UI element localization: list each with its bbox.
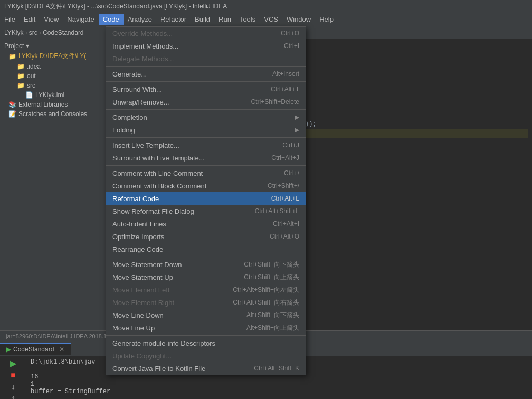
- menu-edit[interactable]: Edit: [20, 14, 40, 25]
- folder-icon: 📁: [17, 63, 25, 70]
- menu-implement-methods[interactable]: Implement Methods... Ctrl+I: [106, 40, 306, 52]
- sidebar-lyklyk-iml[interactable]: 📄 LYKlyk.iml: [0, 90, 110, 100]
- menu-auto-indent[interactable]: Auto-Indent Lines Ctrl+Alt+I: [106, 217, 306, 230]
- menu-move-elem-right[interactable]: Move Element Right Ctrl+Alt+Shift+向右箭头: [106, 296, 306, 309]
- run-output-line-5: buffer = StringBuffer: [31, 388, 528, 395]
- sidebar-root[interactable]: 📁 LYKlyk D:\IDEA文件\LY(: [0, 51, 110, 62]
- menu-comment-block[interactable]: Comment with Block Comment Ctrl+Shift+/: [106, 179, 306, 192]
- menu-convert-kotlin[interactable]: Convert Java File to Kotlin File Ctrl+Al…: [106, 362, 306, 375]
- library-icon: 📚: [8, 101, 16, 108]
- breadcrumb-src[interactable]: src: [29, 29, 37, 36]
- sidebar-external-libraries[interactable]: 📚 External Libraries: [0, 100, 110, 109]
- menu-analyze[interactable]: Analyze: [124, 14, 156, 25]
- separator-6: [106, 256, 306, 257]
- sidebar-scratches[interactable]: 📝 Scratches and Consoles: [0, 109, 110, 119]
- breadcrumb-lyklyk[interactable]: LYKlyk: [4, 29, 23, 36]
- separator-7: [106, 335, 306, 336]
- run-stop-button[interactable]: ■: [11, 370, 16, 380]
- menu-move-line-up[interactable]: Move Line Up Alt+Shift+向上箭头: [106, 321, 306, 334]
- menu-insert-live-template[interactable]: Insert Live Template... Ctrl+J: [106, 139, 306, 151]
- separator-1: [106, 66, 306, 66]
- menu-navigate[interactable]: Navigate: [63, 14, 98, 25]
- title-text: LYKlyk [D:\IDEA文件\LYKlyk] - ...\src\Code…: [4, 2, 227, 11]
- menu-completion[interactable]: Completion ▶: [106, 111, 306, 124]
- folder-icon: 📁: [8, 53, 16, 60]
- menu-move-line-down[interactable]: Move Line Down Alt+Shift+向下箭头: [106, 309, 306, 321]
- menu-surround-live-template[interactable]: Surround with Live Template... Ctrl+Alt+…: [106, 151, 306, 164]
- menu-tools[interactable]: Tools: [235, 14, 260, 25]
- menu-move-stmt-down[interactable]: Move Statement Down Ctrl+Shift+向下箭头: [106, 258, 306, 271]
- folder-icon: 📁: [17, 82, 25, 89]
- separator-3: [106, 109, 306, 110]
- separator-5: [106, 165, 306, 166]
- sidebar-idea[interactable]: 📁 .idea: [0, 62, 110, 71]
- breadcrumb-codestandard[interactable]: CodeStandard: [43, 29, 83, 36]
- menu-view[interactable]: View: [40, 14, 63, 25]
- menu-help[interactable]: Help: [315, 14, 338, 25]
- menu-generate-module-info[interactable]: Generate module-info Descriptors: [106, 337, 306, 349]
- menu-show-reformat-dialog[interactable]: Show Reformat File Dialog Ctrl+Alt+Shift…: [106, 205, 306, 217]
- scratches-icon: 📝: [8, 110, 16, 118]
- run-tab-codestandard[interactable]: ▶ CodeStandard ✕: [0, 343, 71, 355]
- menu-build[interactable]: Build: [191, 14, 214, 25]
- menu-rearrange-code[interactable]: Rearrange Code: [106, 243, 306, 255]
- menu-refactor[interactable]: Refactor: [156, 14, 191, 25]
- file-icon: 📄: [25, 91, 33, 99]
- separator-4: [106, 137, 306, 138]
- run-play-button[interactable]: ▶: [10, 358, 16, 368]
- menu-update-copyright[interactable]: Update Copyright...: [106, 349, 306, 362]
- run-icon: ▶: [6, 346, 11, 353]
- menu-run[interactable]: Run: [214, 14, 235, 25]
- menu-move-elem-left[interactable]: Move Element Left Ctrl+Alt+Shift+向左箭头: [106, 283, 306, 296]
- run-controls: ▶ ■ ↓ ↑: [0, 356, 26, 399]
- sidebar-out[interactable]: 📁 out: [0, 71, 110, 81]
- menu-unwrap-remove[interactable]: Unwrap/Remove... Ctrl+Shift+Delete: [106, 96, 306, 108]
- run-output-line-4: 1: [31, 381, 528, 388]
- menu-window[interactable]: Window: [282, 14, 315, 25]
- separator-2: [106, 81, 306, 82]
- sidebar-src[interactable]: 📁 src: [0, 81, 110, 90]
- code-menu-panel: Override Methods... Ctrl+O Implement Met…: [106, 26, 306, 375]
- folder-icon: 📁: [17, 72, 25, 80]
- menu-folding[interactable]: Folding ▶: [106, 124, 306, 136]
- menu-comment-line[interactable]: Comment with Line Comment Ctrl+/: [106, 167, 306, 179]
- run-scroll-down-button[interactable]: ↓: [11, 382, 15, 392]
- menu-optimize-imports[interactable]: Optimize Imports Ctrl+Alt+O: [106, 230, 306, 243]
- menu-code[interactable]: Code: [99, 14, 124, 25]
- run-tab-label: CodeStandard: [13, 346, 54, 353]
- menu-reformat-code[interactable]: Reformat Code Ctrl+Alt+L: [106, 192, 306, 205]
- menu-file[interactable]: File: [0, 14, 20, 25]
- code-dropdown-menu: Override Methods... Ctrl+O Implement Met…: [106, 26, 306, 375]
- title-bar: LYKlyk [D:\IDEA文件\LYKlyk] - ...\src\Code…: [0, 0, 532, 13]
- menu-bar: File Edit View Navigate Code Analyze Ref…: [0, 13, 532, 26]
- run-scroll-up-button[interactable]: ↑: [11, 394, 15, 399]
- menu-override-methods[interactable]: Override Methods... Ctrl+O: [106, 27, 306, 40]
- close-icon[interactable]: ✕: [59, 346, 64, 353]
- menu-move-stmt-up[interactable]: Move Statement Up Ctrl+Shift+向上箭头: [106, 271, 306, 283]
- project-section: Project ▾: [0, 41, 110, 51]
- menu-surround-with[interactable]: Surround With... Ctrl+Alt+T: [106, 83, 306, 96]
- menu-generate[interactable]: Generate... Alt+Insert: [106, 68, 306, 80]
- menu-delegate-methods[interactable]: Delegate Methods...: [106, 52, 306, 65]
- menu-vcs[interactable]: VCS: [260, 14, 282, 25]
- sidebar: Project ▾ 📁 LYKlyk D:\IDEA文件\LY( 📁 .idea…: [0, 39, 111, 341]
